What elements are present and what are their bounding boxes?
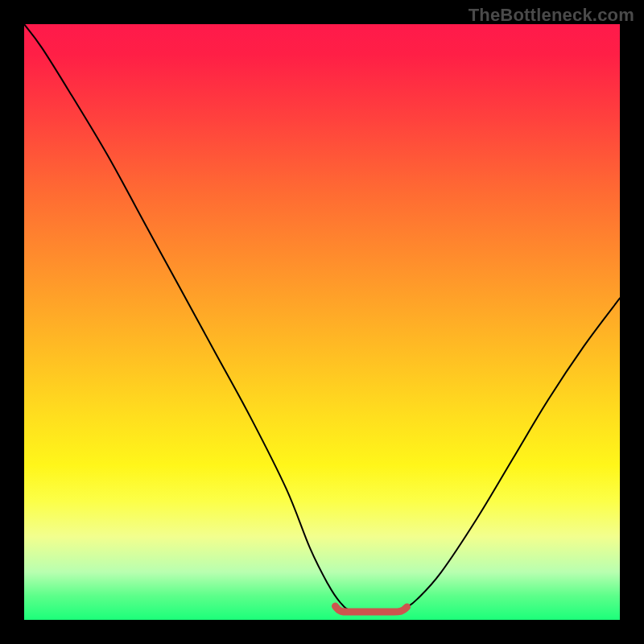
watermark-text: TheBottleneck.com <box>469 5 634 26</box>
optimal-range-marker <box>336 606 407 612</box>
curve-svg <box>24 24 620 620</box>
bottleneck-curve <box>24 24 620 612</box>
plot-gradient-area <box>24 24 620 620</box>
chart-frame: TheBottleneck.com <box>0 0 644 644</box>
